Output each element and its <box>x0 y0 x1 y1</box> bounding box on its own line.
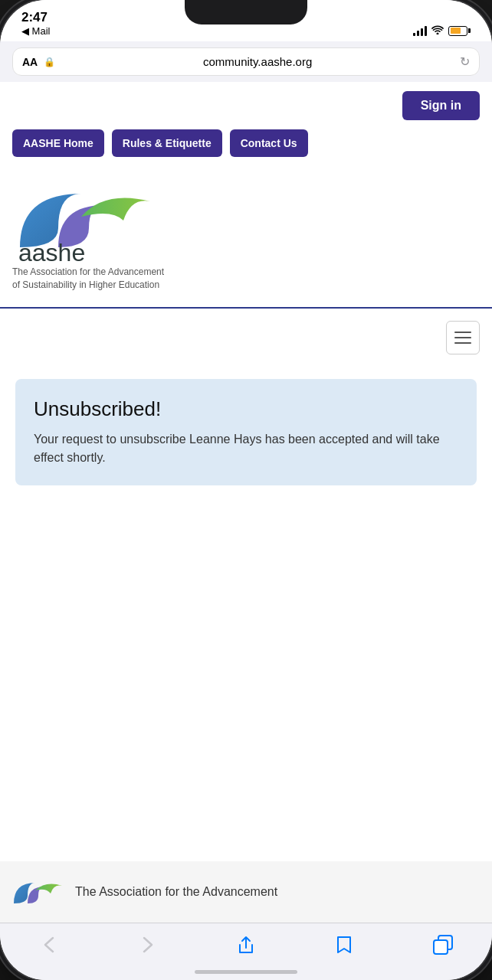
notification-message: Your request to unsubscribe Leanne Hays … <box>34 430 458 467</box>
footer-text: The Association for the Advancement <box>75 885 277 899</box>
logo-area: aashe The Association for the Advancemen… <box>0 166 492 309</box>
wifi-icon <box>431 24 444 37</box>
status-time: 2:47 <box>21 10 50 25</box>
bookmarks-icon <box>335 934 353 956</box>
share-button[interactable] <box>229 931 263 959</box>
address-url[interactable]: community.aashe.org <box>61 55 454 68</box>
lock-icon: 🔒 <box>44 57 55 67</box>
back-button[interactable] <box>32 931 66 959</box>
battery-tip <box>468 28 471 33</box>
svg-text:aashe: aashe <box>18 239 85 263</box>
logo-container: aashe The Association for the Advancemen… <box>12 178 480 292</box>
tabs-button[interactable] <box>426 931 460 959</box>
logo-tagline-line2: of Sustainability in Higher Education <box>12 279 159 290</box>
home-indicator <box>195 970 297 974</box>
bookmarks-button[interactable] <box>327 931 361 959</box>
rules-etiquette-button[interactable]: Rules & Etiquette <box>112 129 222 157</box>
signal-bar-2 <box>417 31 419 36</box>
tabs-icon <box>433 935 453 955</box>
logo-tagline: The Association for the Advancement of S… <box>12 266 480 292</box>
phone-frame: 2:47 ◀ Mail <box>0 0 492 980</box>
battery-icon <box>448 26 471 36</box>
footer-area: The Association for the Advancement <box>0 861 492 923</box>
notification-box: Unsubscribed! Your request to unsubscrib… <box>15 379 477 485</box>
battery-body <box>448 26 467 36</box>
forward-button[interactable] <box>131 931 165 959</box>
address-bar-area: AA 🔒 community.aashe.org ↻ <box>0 41 492 82</box>
notification-title: Unsubscribed! <box>34 397 458 421</box>
sign-in-button[interactable]: Sign in <box>402 91 480 120</box>
battery-fill <box>451 28 461 34</box>
aashe-home-button[interactable]: AASHE Home <box>12 129 104 157</box>
address-bar[interactable]: AA 🔒 community.aashe.org ↻ <box>12 47 480 76</box>
status-time-area: 2:47 ◀ Mail <box>21 10 50 37</box>
hamburger-line-1 <box>454 332 471 333</box>
notch <box>185 0 307 24</box>
menu-buttons: AASHE Home Rules & Etiquette Contact Us <box>0 129 492 166</box>
hamburger-line-2 <box>454 337 471 338</box>
logo-tagline-line1: The Association for the Advancement <box>12 266 164 277</box>
signal-bar-3 <box>421 28 423 36</box>
signal-bar-1 <box>413 33 415 36</box>
hamburger-line-3 <box>454 342 471 344</box>
hamburger-menu-button[interactable] <box>446 321 480 354</box>
back-icon <box>44 936 54 953</box>
signal-bars-icon <box>413 25 427 36</box>
community-header <box>0 309 492 367</box>
address-aa-label[interactable]: AA <box>22 56 38 68</box>
status-right <box>413 24 471 37</box>
forward-icon <box>143 936 153 953</box>
community-content: Unsubscribed! Your request to unsubscrib… <box>0 309 492 861</box>
screen: 2:47 ◀ Mail <box>0 0 492 980</box>
contact-us-button[interactable]: Contact Us <box>230 129 308 157</box>
signal-bar-4 <box>425 26 427 36</box>
refresh-icon[interactable]: ↻ <box>460 54 470 69</box>
top-nav: Sign in <box>0 82 492 129</box>
back-link[interactable]: ◀ Mail <box>21 25 50 37</box>
website-content: Sign in AASHE Home Rules & Etiquette Con… <box>0 82 492 923</box>
svg-rect-2 <box>434 940 448 954</box>
share-icon <box>238 934 254 956</box>
footer-logo-icon <box>12 877 66 907</box>
aashe-logo-graphic: aashe <box>12 178 166 263</box>
